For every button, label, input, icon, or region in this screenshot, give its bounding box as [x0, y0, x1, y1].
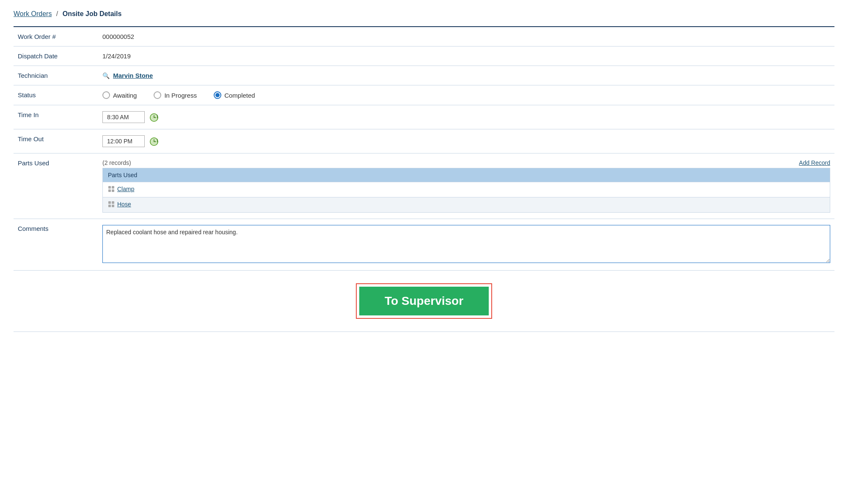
grid-icon	[108, 201, 115, 209]
status-awaiting[interactable]: Awaiting	[102, 91, 137, 99]
table-row: Clamp	[103, 182, 830, 197]
comments-label: Comments	[14, 219, 98, 271]
time-in-label: Time In	[14, 105, 98, 129]
completed-label: Completed	[224, 92, 255, 99]
breadcrumb-current: Onsite Job Details	[63, 10, 122, 17]
svg-rect-12	[108, 201, 111, 204]
technician-cell: 🔍 Marvin Stone	[98, 66, 834, 85]
part-link[interactable]: Clamp	[117, 186, 134, 192]
status-row: Status Awaiting In Progress Completed	[14, 85, 834, 105]
technician-link[interactable]: Marvin Stone	[113, 72, 153, 79]
grid-icon	[108, 186, 115, 194]
bottom-divider	[14, 331, 834, 332]
parts-used-row: Parts Used (2 records) Add Record Parts …	[14, 153, 834, 219]
search-icon: 🔍	[102, 72, 110, 79]
svg-rect-13	[112, 201, 114, 204]
form-table: Work Order # 000000052 Dispatch Date 1/2…	[14, 27, 834, 271]
in-progress-label: In Progress	[164, 92, 197, 99]
parts-table-header: Parts Used	[103, 168, 830, 182]
button-row: To Supervisor	[14, 271, 834, 327]
status-label: Status	[14, 85, 98, 105]
time-in-clock-icon[interactable]	[149, 112, 159, 123]
svg-rect-14	[108, 205, 111, 207]
breadcrumb: Work Orders / Onsite Job Details	[14, 10, 834, 18]
status-radio-group: Awaiting In Progress Completed	[102, 91, 830, 99]
comments-cell	[98, 219, 834, 271]
parts-header-row: (2 records) Add Record	[102, 159, 830, 166]
supervisor-button[interactable]: To Supervisor	[359, 287, 489, 315]
time-out-row: Time Out	[14, 129, 834, 153]
dispatch-date-label: Dispatch Date	[14, 47, 98, 66]
awaiting-label: Awaiting	[113, 92, 137, 99]
in-progress-radio-circle	[154, 91, 161, 99]
technician-row: Technician 🔍 Marvin Stone	[14, 66, 834, 85]
work-order-value: 000000052	[98, 27, 834, 47]
add-record-link[interactable]: Add Record	[799, 159, 830, 166]
svg-rect-15	[112, 205, 114, 207]
svg-rect-11	[112, 189, 114, 192]
technician-label: Technician	[14, 66, 98, 85]
parts-container: (2 records) Add Record Parts Used	[102, 159, 830, 213]
supervisor-btn-wrapper: To Supervisor	[356, 283, 492, 319]
comments-textarea[interactable]	[102, 225, 830, 263]
records-count: (2 records)	[102, 159, 131, 166]
parts-table-header-row: Parts Used	[103, 168, 830, 182]
table-row: Hose	[103, 197, 830, 213]
dispatch-date-value: 1/24/2019	[98, 47, 834, 66]
parts-table: Parts Used Clamp Hose	[102, 168, 830, 213]
svg-rect-9	[112, 186, 114, 189]
time-out-clock-icon[interactable]	[149, 137, 159, 147]
time-in-row: Time In	[14, 105, 834, 129]
breadcrumb-parent-link[interactable]: Work Orders	[14, 10, 52, 17]
time-out-cell	[98, 129, 834, 153]
time-out-label: Time Out	[14, 129, 98, 153]
time-in-input[interactable]	[102, 111, 145, 123]
work-order-label: Work Order #	[14, 27, 98, 47]
work-order-row: Work Order # 000000052	[14, 27, 834, 47]
dispatch-date-row: Dispatch Date 1/24/2019	[14, 47, 834, 66]
awaiting-radio-circle	[102, 91, 110, 99]
status-in-progress[interactable]: In Progress	[154, 91, 197, 99]
completed-radio-circle	[214, 91, 221, 99]
svg-rect-10	[108, 189, 111, 192]
svg-rect-8	[108, 186, 111, 189]
part-link[interactable]: Hose	[117, 201, 131, 208]
time-in-cell	[98, 105, 834, 129]
status-cell: Awaiting In Progress Completed	[98, 85, 834, 105]
parts-used-cell: (2 records) Add Record Parts Used	[98, 153, 834, 219]
parts-used-label: Parts Used	[14, 153, 98, 219]
status-completed[interactable]: Completed	[214, 91, 255, 99]
comments-row: Comments	[14, 219, 834, 271]
breadcrumb-separator: /	[56, 10, 58, 17]
time-out-input[interactable]	[102, 135, 145, 147]
